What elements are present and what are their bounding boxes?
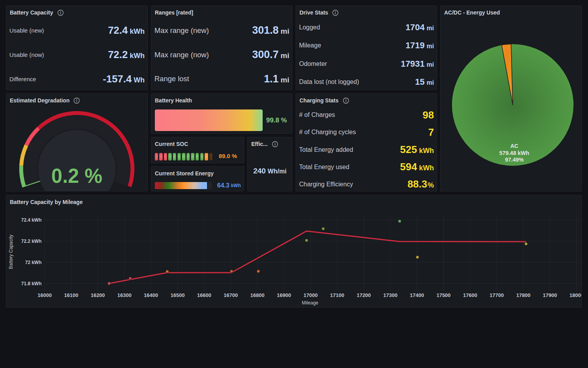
svg-text:17200: 17200 xyxy=(357,292,371,298)
svg-text:17500: 17500 xyxy=(436,292,450,298)
svg-text:579.48 kWh: 579.48 kWh xyxy=(499,150,529,156)
svg-text:17900: 17900 xyxy=(543,292,557,298)
svg-text:16800: 16800 xyxy=(250,292,265,298)
svg-text:72.4 kWh: 72.4 kWh xyxy=(21,217,42,223)
svg-text:16300: 16300 xyxy=(117,292,131,298)
svg-text:16500: 16500 xyxy=(171,292,185,298)
svg-text:18000: 18000 xyxy=(570,292,581,298)
svg-text:0.2 %: 0.2 % xyxy=(51,165,102,187)
svg-text:16700: 16700 xyxy=(224,292,238,298)
svg-text:16000: 16000 xyxy=(38,292,52,298)
svg-text:16400: 16400 xyxy=(144,292,158,298)
svg-text:17400: 17400 xyxy=(410,292,424,298)
svg-text:71.8 kWh: 71.8 kWh xyxy=(21,281,42,286)
svg-text:16100: 16100 xyxy=(64,292,78,298)
svg-text:17800: 17800 xyxy=(516,292,530,298)
svg-text:17700: 17700 xyxy=(490,292,504,298)
svg-text:17100: 17100 xyxy=(330,292,344,298)
svg-text:AC: AC xyxy=(510,143,518,149)
svg-text:72 kWh: 72 kWh xyxy=(25,260,42,265)
svg-text:17000: 17000 xyxy=(303,292,318,298)
svg-text:17600: 17600 xyxy=(463,292,477,298)
svg-text:72.2 kWh: 72.2 kWh xyxy=(21,239,42,244)
svg-text:16200: 16200 xyxy=(91,292,105,298)
svg-text:16900: 16900 xyxy=(277,292,291,298)
svg-text:17300: 17300 xyxy=(383,292,397,298)
svg-text:Battery Capacity: Battery Capacity xyxy=(8,235,14,269)
svg-text:Mileage: Mileage xyxy=(302,300,318,306)
svg-text:97.49%: 97.49% xyxy=(505,157,524,163)
svg-text:16600: 16600 xyxy=(197,292,211,298)
